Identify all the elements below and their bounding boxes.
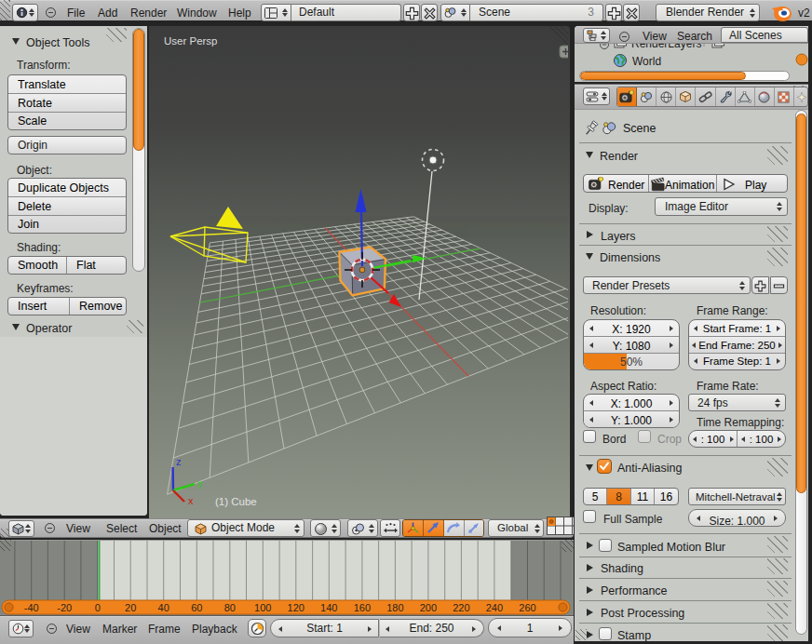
svg-text:-40: -40 bbox=[24, 602, 39, 613]
svg-text:100: 100 bbox=[254, 602, 271, 613]
svg-text:(1) Cube: (1) Cube bbox=[215, 496, 257, 507]
svg-text:220: 220 bbox=[453, 602, 469, 613]
svg-text:260: 260 bbox=[519, 602, 535, 613]
svg-text:x: x bbox=[188, 495, 194, 506]
svg-text:0: 0 bbox=[95, 602, 101, 613]
svg-text:World: World bbox=[632, 55, 661, 68]
svg-text:40: 40 bbox=[158, 602, 169, 613]
svg-text:60: 60 bbox=[191, 602, 202, 613]
svg-text:140: 140 bbox=[320, 602, 337, 613]
svg-text:180: 180 bbox=[386, 602, 403, 613]
svg-text:User Persp: User Persp bbox=[164, 35, 218, 47]
svg-text:200: 200 bbox=[420, 602, 437, 613]
svg-text:-20: -20 bbox=[57, 602, 72, 613]
svg-text:RenderLayers: RenderLayers bbox=[631, 44, 701, 50]
svg-text:y: y bbox=[197, 477, 203, 489]
svg-text:240: 240 bbox=[486, 602, 503, 613]
svg-text:20: 20 bbox=[125, 602, 136, 613]
svg-text:z: z bbox=[176, 456, 182, 467]
svg-text:160: 160 bbox=[354, 602, 371, 613]
svg-text:120: 120 bbox=[288, 602, 304, 613]
svg-text:80: 80 bbox=[224, 602, 236, 613]
